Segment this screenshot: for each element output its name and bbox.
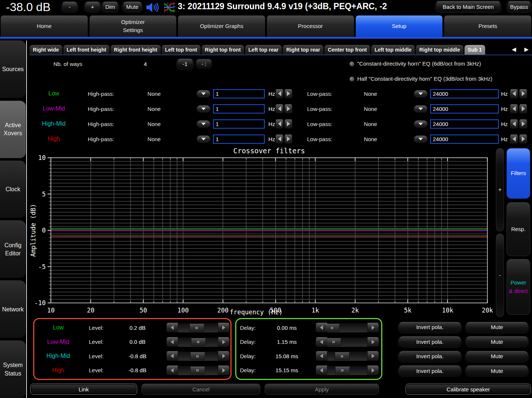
invert-polarity-button-high-mid[interactable]: Invert pola. (398, 351, 462, 362)
low-pass-type-dropdown[interactable] (414, 105, 428, 113)
sidebar-item-system-status[interactable]: System Status (0, 341, 26, 398)
mute-button-high-mid[interactable]: Mute (465, 351, 529, 362)
half-cd-horn-eq-radio[interactable] (350, 77, 354, 81)
slider-track[interactable]: II (178, 366, 218, 375)
slider-track[interactable]: II (178, 337, 218, 347)
delay-slider-low[interactable]: II (316, 323, 379, 332)
slider-decrement-button[interactable] (316, 366, 327, 375)
slider-increment-button[interactable] (367, 351, 379, 361)
low-pass-freq-up-button[interactable] (519, 135, 527, 144)
slider-decrement-button[interactable] (316, 351, 327, 361)
slider-handle[interactable]: II (325, 324, 340, 332)
slider-track[interactable]: II (327, 351, 367, 361)
channel-tab-right-top-rear[interactable]: Right top rear (283, 45, 323, 55)
volume-down-button[interactable]: - (62, 2, 77, 12)
filters-view-button[interactable]: Filters (507, 148, 530, 199)
volume-up-button[interactable]: + (85, 2, 100, 12)
low-pass-freq-input[interactable] (430, 89, 499, 98)
slider-decrement-button[interactable] (166, 366, 178, 375)
high-pass-type-dropdown[interactable] (197, 90, 211, 98)
invert-polarity-button-low-mid[interactable]: Invert pola. (398, 336, 462, 347)
delay-slider-high[interactable]: II (316, 366, 379, 375)
low-pass-freq-up-button[interactable] (519, 104, 527, 114)
slider-decrement-button[interactable] (166, 337, 178, 347)
channel-tab-left-top-middle[interactable]: Left top middle (371, 45, 415, 55)
low-pass-freq-down-button[interactable] (510, 89, 518, 98)
level-slider-high[interactable]: II (166, 366, 230, 375)
high-pass-freq-up-button[interactable] (284, 119, 292, 129)
mute-button-high[interactable]: Mute (465, 366, 529, 376)
slider-increment-button[interactable] (218, 351, 230, 361)
high-pass-freq-up-button[interactable] (284, 89, 292, 98)
calibrate-speaker-button[interactable]: Calibrate speaker (406, 384, 531, 395)
slider-decrement-button[interactable] (166, 323, 178, 332)
cd-horn-eq-radio[interactable] (350, 62, 354, 66)
low-pass-freq-up-button[interactable] (519, 119, 527, 129)
sidebar-item-config-editor[interactable]: Config Editor (0, 220, 26, 278)
high-pass-type-dropdown[interactable] (197, 120, 211, 128)
channel-tab-right-wide[interactable]: Right wide (29, 45, 62, 55)
zoom-in-button[interactable]: + (496, 148, 504, 231)
slider-increment-button[interactable] (367, 337, 379, 347)
slider-decrement-button[interactable] (166, 351, 178, 361)
high-pass-freq-input[interactable] (213, 119, 265, 129)
high-pass-freq-down-button[interactable] (275, 104, 284, 114)
low-pass-freq-down-button[interactable] (510, 119, 518, 129)
high-pass-freq-input[interactable] (213, 89, 265, 98)
sidebar-item-clock[interactable]: Clock (0, 161, 26, 218)
low-pass-freq-input[interactable] (430, 104, 499, 114)
slider-handle[interactable]: II (190, 352, 205, 360)
low-pass-type-dropdown[interactable] (414, 120, 428, 128)
channel-tab-left-top-front[interactable]: Left top front (162, 45, 201, 55)
low-pass-type-dropdown[interactable] (414, 135, 428, 143)
ways-increment-button[interactable]: +1 (196, 59, 212, 69)
tab-optimizer-settings[interactable]: Optimizer Settings (90, 15, 177, 37)
back-to-main-screen-button[interactable]: Back to Main Screen (436, 1, 500, 12)
high-pass-freq-down-button[interactable] (275, 89, 284, 98)
sidebar-item-sources[interactable]: Sources (0, 41, 26, 98)
sidebar-item-active-xovers[interactable]: Active Xovers (0, 101, 26, 158)
low-pass-freq-input[interactable] (430, 135, 499, 144)
channel-tab-sub-1[interactable]: Sub 1 (465, 45, 485, 55)
high-pass-freq-up-button[interactable] (284, 135, 292, 144)
channel-tab-right-front-height[interactable]: Right front height (111, 45, 160, 55)
tab-presets[interactable]: Presets (444, 15, 531, 37)
link-button[interactable]: Link (30, 384, 137, 395)
apply-button[interactable]: Apply (265, 384, 379, 395)
high-pass-freq-up-button[interactable] (284, 104, 292, 114)
sidebar-item-network[interactable]: Network (0, 280, 26, 338)
ways-decrement-button[interactable]: -1 (177, 59, 193, 69)
tab-processor[interactable]: Processor (267, 15, 354, 37)
slider-handle[interactable]: II (335, 352, 350, 360)
channel-tab-right-top-front[interactable]: Right top front (202, 45, 244, 55)
low-pass-freq-down-button[interactable] (510, 104, 518, 114)
cancel-button[interactable]: Cancel (142, 384, 260, 395)
response-view-button[interactable]: Resp. (507, 202, 530, 256)
slider-handle[interactable]: II (189, 324, 204, 332)
mute-button-low[interactable]: Mute (465, 322, 529, 332)
tab-optimizer-graphs[interactable]: Optimizer Graphs (178, 15, 265, 37)
channel-tab-right-top-middle[interactable]: Right top middle (416, 45, 463, 55)
invert-polarity-button-low[interactable]: Invert pola. (398, 322, 462, 332)
delay-slider-high-mid[interactable]: II (316, 351, 379, 361)
high-pass-type-dropdown[interactable] (197, 135, 211, 143)
level-slider-low[interactable]: II (166, 323, 230, 332)
half-cd-horn-eq-label[interactable]: Half "Constant-directivity horn" EQ (3dB… (357, 76, 493, 82)
mute-button[interactable]: Mute (123, 2, 142, 12)
high-pass-freq-down-button[interactable] (275, 119, 284, 129)
slider-increment-button[interactable] (218, 366, 230, 375)
slider-handle[interactable]: II (326, 338, 341, 346)
low-pass-freq-down-button[interactable] (510, 135, 518, 144)
channel-tab-left-front-height[interactable]: Left front height (63, 45, 109, 55)
slider-track[interactable]: II (327, 366, 367, 375)
cd-horn-eq-label[interactable]: "Constant-directivity horn" EQ (6dB/oct … (357, 60, 481, 67)
slider-increment-button[interactable] (218, 337, 230, 347)
channel-tabs-next-icon[interactable]: ▶ (522, 45, 531, 54)
slider-increment-button[interactable] (367, 366, 379, 375)
high-pass-freq-input[interactable] (213, 135, 265, 144)
slider-handle[interactable]: II (335, 367, 350, 374)
high-pass-type-dropdown[interactable] (197, 105, 211, 113)
dim-button[interactable]: Dim (102, 2, 118, 12)
high-pass-freq-down-button[interactable] (275, 135, 284, 144)
channel-tab-center-top-front[interactable]: Center top front (324, 45, 370, 55)
